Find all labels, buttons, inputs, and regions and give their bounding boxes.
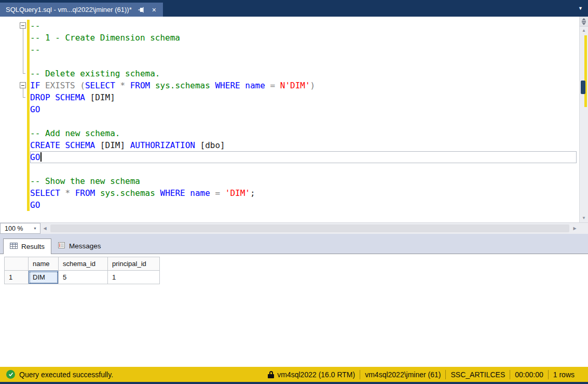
minus-icon bbox=[21, 85, 24, 86]
document-tab[interactable]: SQLQuery1.sql - vm...ql2022\jminer (61))… bbox=[0, 3, 163, 17]
scroll-down-icon[interactable]: ▼ bbox=[580, 214, 588, 222]
fold-connector-line bbox=[23, 88, 23, 97]
code-line[interactable] bbox=[30, 163, 577, 175]
code-line[interactable]: GO bbox=[30, 199, 577, 211]
grid-corner-cell[interactable] bbox=[5, 257, 29, 271]
database-name: SSC_ARTILCES bbox=[450, 370, 505, 379]
grid-cell-name[interactable]: DIM bbox=[29, 271, 59, 284]
code-line[interactable]: SELECT * FROM sys.schemas WHERE name = '… bbox=[30, 187, 577, 199]
collapse-region-icon[interactable] bbox=[20, 22, 26, 29]
code-line[interactable]: CREATE SCHEMA [DIM] AUTHORIZATION [dbo] bbox=[30, 139, 577, 151]
code-line[interactable]: GO bbox=[30, 151, 577, 163]
column-header-principal-id[interactable]: principal_id bbox=[108, 257, 160, 271]
minus-icon bbox=[21, 25, 24, 26]
horizontal-scrollbar[interactable] bbox=[49, 223, 570, 234]
statusbar-divider bbox=[445, 370, 446, 379]
row-count: 1 rows bbox=[553, 370, 575, 379]
fold-connector-line bbox=[23, 29, 23, 73]
pin-icon[interactable] bbox=[138, 6, 145, 14]
scroll-up-icon[interactable]: ▲ bbox=[580, 27, 588, 34]
code-line[interactable]: -- bbox=[30, 44, 577, 56]
close-icon[interactable]: × bbox=[151, 6, 158, 14]
server-name: vm4sql2022 (16.0 RTM) bbox=[277, 370, 355, 379]
grid-cell-principal-id[interactable]: 1 bbox=[108, 271, 160, 284]
messages-icon bbox=[58, 242, 65, 250]
zoom-dropdown-arrow-icon[interactable]: ▼ bbox=[33, 227, 37, 230]
grid-cell-schema-id[interactable]: 5 bbox=[59, 271, 108, 284]
results-tab-bar: Results Messages bbox=[0, 234, 588, 254]
tab-results-label: Results bbox=[21, 243, 45, 250]
code-line[interactable]: -- Delete existing schema. bbox=[30, 68, 577, 80]
code-line[interactable]: -- bbox=[30, 20, 577, 32]
tab-results[interactable]: Results bbox=[3, 239, 51, 254]
collapse-region-icon[interactable] bbox=[20, 82, 26, 88]
execution-time: 00:00:00 bbox=[515, 370, 543, 379]
editor-bottom-bar: 100 % ▼ ◀ ▶ bbox=[0, 222, 588, 234]
lock-icon bbox=[268, 371, 274, 378]
statusbar-divider bbox=[548, 370, 549, 379]
split-window-handle[interactable] bbox=[580, 17, 588, 27]
row-header[interactable]: 1 bbox=[5, 271, 29, 284]
statusbar-divider bbox=[510, 370, 510, 379]
status-message: Query executed successfully. bbox=[19, 370, 113, 379]
code-line[interactable]: -- 1 - Create Dimension schema bbox=[30, 32, 577, 44]
code-line[interactable]: DROP SCHEMA [DIM] bbox=[30, 91, 577, 103]
results-panel: name schema_id principal_id 1 DIM 5 1 bbox=[0, 254, 588, 367]
tab-messages[interactable]: Messages bbox=[51, 238, 107, 254]
scrollbar-change-annotation bbox=[584, 35, 587, 107]
fold-end-tick bbox=[23, 97, 25, 98]
login-name: vm4sql2022\jminer (61) bbox=[365, 370, 441, 379]
zoom-dropdown[interactable]: 100 % ▼ bbox=[0, 223, 40, 234]
code-line[interactable]: GO bbox=[30, 103, 577, 115]
success-icon bbox=[6, 370, 15, 379]
scrollbar-corner bbox=[579, 223, 588, 234]
document-tab-bar: SQLQuery1.sql - vm...ql2022\jminer (61))… bbox=[0, 0, 588, 17]
code-line[interactable]: IF EXISTS (SELECT * FROM sys.schemas WHE… bbox=[30, 80, 577, 91]
column-header-schema-id[interactable]: schema_id bbox=[59, 257, 108, 271]
grid-header-row: name schema_id principal_id bbox=[5, 257, 160, 271]
horizontal-scrollbar-thumb[interactable] bbox=[50, 224, 569, 232]
code-area[interactable]: ---- 1 - Create Dimension schema---- Del… bbox=[30, 20, 577, 211]
scroll-right-icon[interactable]: ▶ bbox=[570, 223, 579, 234]
track-changes-bar bbox=[27, 20, 30, 211]
scroll-left-icon[interactable]: ◀ bbox=[40, 223, 49, 234]
grid-row: 1 DIM 5 1 bbox=[5, 271, 160, 284]
results-grid: name schema_id principal_id 1 DIM 5 1 bbox=[4, 257, 160, 284]
tab-messages-label: Messages bbox=[69, 242, 101, 250]
text-caret bbox=[40, 152, 42, 162]
scrollbar-thumb[interactable] bbox=[581, 81, 585, 94]
code-line[interactable] bbox=[30, 56, 577, 68]
code-line[interactable] bbox=[30, 115, 577, 127]
ssms-window: SQLQuery1.sql - vm...ql2022\jminer (61))… bbox=[0, 0, 588, 384]
column-header-name[interactable]: name bbox=[29, 257, 59, 271]
status-bar: Query executed successfully. vm4sql2022 … bbox=[0, 367, 588, 382]
outline-gutter bbox=[0, 17, 30, 222]
zoom-value: 100 % bbox=[5, 225, 23, 232]
document-tab-title: SQLQuery1.sql - vm...ql2022\jminer (61))… bbox=[6, 6, 132, 14]
code-line[interactable]: -- Add new schema. bbox=[30, 127, 577, 139]
results-grid-icon bbox=[10, 242, 18, 251]
tab-list-dropdown-icon[interactable]: ▼ bbox=[578, 6, 583, 11]
code-line[interactable]: -- Show the new schema bbox=[30, 175, 577, 187]
window-bottom-edge bbox=[0, 382, 588, 384]
vertical-scrollbar[interactable]: ▲ ▼ bbox=[579, 17, 588, 222]
statusbar-divider bbox=[360, 370, 360, 379]
code-editor: ---- 1 - Create Dimension schema---- Del… bbox=[0, 17, 588, 222]
fold-end-tick bbox=[23, 73, 25, 74]
connection-info: vm4sql2022 (16.0 RTM) bbox=[268, 370, 355, 379]
